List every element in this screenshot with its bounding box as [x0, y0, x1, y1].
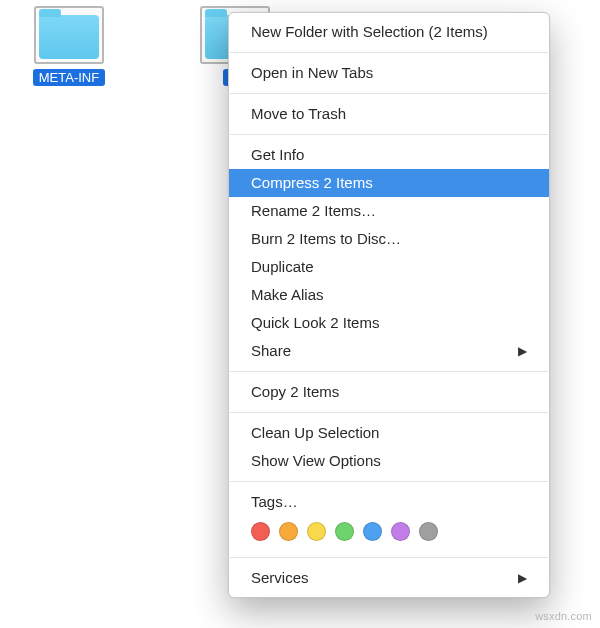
menu-item[interactable]: Share▶: [229, 337, 549, 365]
chevron-right-icon: ▶: [518, 568, 527, 588]
folder-icon: [34, 6, 104, 64]
menu-item[interactable]: Get Info: [229, 141, 549, 169]
menu-item[interactable]: Clean Up Selection: [229, 419, 549, 447]
tag-dot-icon[interactable]: [251, 522, 270, 541]
menu-item-label: New Folder with Selection (2 Items): [251, 22, 488, 42]
menu-item-label: Clean Up Selection: [251, 423, 379, 443]
menu-separator: [230, 412, 548, 413]
menu-separator: [230, 93, 548, 94]
finder-desktop: META-INF sy New Folder with Selection (2…: [0, 0, 600, 628]
menu-item[interactable]: Burn 2 Items to Disc…: [229, 225, 549, 253]
menu-item[interactable]: Services▶: [229, 564, 549, 592]
menu-separator: [230, 557, 548, 558]
menu-item[interactable]: Rename 2 Items…: [229, 197, 549, 225]
menu-item-label: Duplicate: [251, 257, 314, 277]
tag-dot-icon[interactable]: [363, 522, 382, 541]
menu-item-label: Compress 2 Items: [251, 173, 373, 193]
context-menu: New Folder with Selection (2 Items)Open …: [228, 12, 550, 598]
menu-item-label: Copy 2 Items: [251, 382, 339, 402]
menu-item[interactable]: Copy 2 Items: [229, 378, 549, 406]
tag-dot-icon[interactable]: [419, 522, 438, 541]
menu-separator: [230, 134, 548, 135]
menu-item[interactable]: Move to Trash: [229, 100, 549, 128]
menu-item-label: Quick Look 2 Items: [251, 313, 379, 333]
menu-item-label: Make Alias: [251, 285, 324, 305]
menu-item[interactable]: Tags…: [229, 488, 549, 516]
menu-item[interactable]: Compress 2 Items: [229, 169, 549, 197]
folder-icon-shape: [39, 15, 99, 59]
menu-item-label: Move to Trash: [251, 104, 346, 124]
folder-item[interactable]: META-INF: [24, 6, 114, 86]
menu-item-label: Share: [251, 341, 291, 361]
menu-separator: [230, 481, 548, 482]
menu-item[interactable]: Quick Look 2 Items: [229, 309, 549, 337]
menu-item[interactable]: New Folder with Selection (2 Items): [229, 18, 549, 46]
menu-item-label: Get Info: [251, 145, 304, 165]
menu-item-label: Tags…: [251, 492, 298, 512]
menu-item-label: Rename 2 Items…: [251, 201, 376, 221]
menu-item-label: Open in New Tabs: [251, 63, 373, 83]
watermark-text: wsxdn.com: [535, 610, 592, 622]
tags-row: [229, 516, 549, 551]
menu-item-label: Burn 2 Items to Disc…: [251, 229, 401, 249]
tag-dot-icon[interactable]: [335, 522, 354, 541]
menu-item[interactable]: Show View Options: [229, 447, 549, 475]
menu-item[interactable]: Duplicate: [229, 253, 549, 281]
menu-separator: [230, 52, 548, 53]
menu-item-label: Services: [251, 568, 309, 588]
tag-dot-icon[interactable]: [307, 522, 326, 541]
menu-item[interactable]: Open in New Tabs: [229, 59, 549, 87]
menu-item[interactable]: Make Alias: [229, 281, 549, 309]
tag-dot-icon[interactable]: [279, 522, 298, 541]
folder-label: META-INF: [33, 69, 105, 86]
menu-separator: [230, 371, 548, 372]
menu-item-label: Show View Options: [251, 451, 381, 471]
chevron-right-icon: ▶: [518, 341, 527, 361]
tag-dot-icon[interactable]: [391, 522, 410, 541]
